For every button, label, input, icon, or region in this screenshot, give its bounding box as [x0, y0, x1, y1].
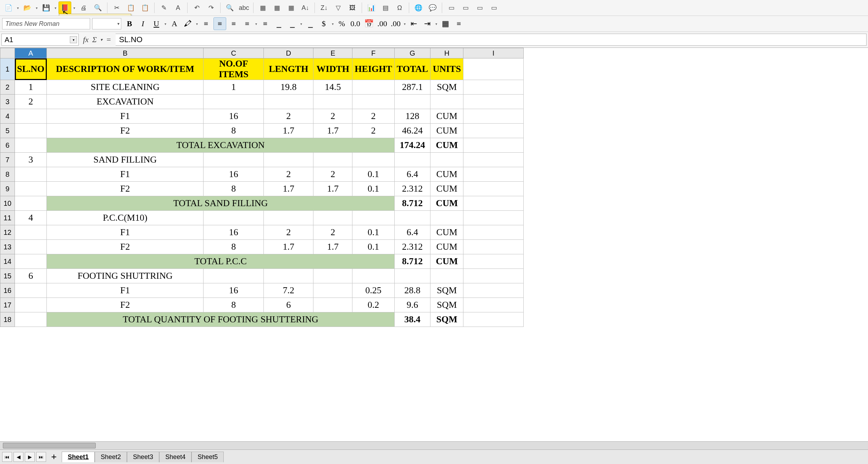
- cell[interactable]: 9.6: [394, 298, 430, 312]
- dropdown-icon[interactable]: ▾: [255, 22, 258, 26]
- row-header-12[interactable]: 12: [0, 225, 15, 240]
- dropdown-icon[interactable]: ▾: [403, 22, 406, 26]
- cell[interactable]: [463, 225, 523, 240]
- cell[interactable]: 19.8: [264, 80, 313, 95]
- row-header-2[interactable]: 2: [0, 80, 15, 95]
- cell[interactable]: 8: [204, 124, 264, 138]
- toolbar-button-28[interactable]: ▭: [459, 1, 472, 14]
- cell[interactable]: [352, 153, 394, 167]
- format-button-5[interactable]: ≡: [200, 18, 212, 30]
- cell[interactable]: 7.2: [264, 283, 313, 298]
- toolbar-button-4[interactable]: 🖨: [77, 1, 90, 14]
- cell[interactable]: [463, 283, 523, 298]
- column-header-C[interactable]: C: [204, 48, 264, 58]
- header-cell[interactable]: WIDTH: [313, 58, 352, 80]
- sheet-tab-sheet5[interactable]: Sheet5: [191, 452, 224, 462]
- cell[interactable]: 1.7: [264, 240, 313, 254]
- row-header-4[interactable]: 4: [0, 109, 15, 124]
- cell[interactable]: [15, 312, 47, 327]
- sheet-tab-sheet2[interactable]: Sheet2: [95, 452, 127, 462]
- format-button-11[interactable]: ⎯: [286, 18, 298, 30]
- cell[interactable]: 6: [264, 298, 313, 312]
- cell[interactable]: [313, 298, 352, 312]
- toolbar-button-25[interactable]: 🌐: [412, 1, 425, 14]
- cell[interactable]: [394, 269, 430, 283]
- dropdown-icon[interactable]: ▾: [16, 6, 20, 10]
- cell[interactable]: [430, 211, 463, 225]
- cell[interactable]: 16: [204, 225, 264, 240]
- format-button-12[interactable]: ⎯: [304, 18, 316, 30]
- add-sheet-button[interactable]: +: [48, 451, 60, 463]
- cell[interactable]: [204, 153, 264, 167]
- dropdown-icon[interactable]: ▾: [195, 22, 199, 26]
- cell[interactable]: SQM: [430, 283, 463, 298]
- row-header-10[interactable]: 10: [0, 196, 15, 211]
- header-cell[interactable]: DESCRIPTION OF WORK/ITEM: [47, 58, 204, 80]
- row-header-9[interactable]: 9: [0, 182, 15, 196]
- cell[interactable]: [352, 95, 394, 109]
- cell[interactable]: [313, 95, 352, 109]
- cell[interactable]: [463, 254, 523, 269]
- cell[interactable]: [15, 138, 47, 153]
- row-header-13[interactable]: 13: [0, 240, 15, 254]
- cell[interactable]: [15, 182, 47, 196]
- cell[interactable]: [15, 240, 47, 254]
- dropdown-icon[interactable]: ▾: [164, 22, 167, 26]
- toolbar-button-23[interactable]: ▤: [379, 1, 392, 14]
- toolbar-button-21[interactable]: 🖼: [346, 1, 359, 14]
- toolbar-button-9[interactable]: ✎: [157, 1, 170, 14]
- select-all-corner[interactable]: [0, 48, 15, 58]
- format-button-21[interactable]: ▦: [439, 18, 451, 30]
- cell[interactable]: 14.5: [313, 80, 352, 95]
- cell[interactable]: CUM: [430, 124, 463, 138]
- column-header-D[interactable]: D: [264, 48, 313, 58]
- row-header-18[interactable]: 18: [0, 312, 15, 327]
- cell[interactable]: [394, 153, 430, 167]
- cell[interactable]: 16: [204, 167, 264, 182]
- horizontal-scrollbar[interactable]: [0, 441, 868, 449]
- cell[interactable]: 1.7: [264, 124, 313, 138]
- toolbar-button-22[interactable]: 📊: [365, 1, 378, 14]
- toolbar-button-5[interactable]: 🔍: [91, 1, 104, 14]
- cell[interactable]: F1: [47, 283, 204, 298]
- format-button-22[interactable]: ≡: [453, 18, 465, 30]
- cell[interactable]: 8: [204, 240, 264, 254]
- font-size-combo[interactable]: ▾: [92, 18, 121, 29]
- format-button-17[interactable]: .00: [376, 18, 388, 30]
- toolbar-button-19[interactable]: Z↓: [318, 1, 330, 14]
- cell[interactable]: 2: [352, 124, 394, 138]
- subtotal-units[interactable]: CUM: [430, 254, 463, 269]
- function-wizard-icon[interactable]: fx: [83, 35, 89, 44]
- cell[interactable]: 128: [394, 109, 430, 124]
- toolbar-button-17[interactable]: ▦: [285, 1, 297, 14]
- cell[interactable]: 287.1: [394, 80, 430, 95]
- cell[interactable]: 1: [15, 80, 47, 95]
- cell[interactable]: [352, 211, 394, 225]
- cell[interactable]: [463, 109, 523, 124]
- cell[interactable]: 0.1: [352, 182, 394, 196]
- toolbar-button-16[interactable]: ▦: [271, 1, 283, 14]
- cell[interactable]: [313, 153, 352, 167]
- cell[interactable]: [15, 298, 47, 312]
- toolbar-button-11[interactable]: ↶: [190, 1, 203, 14]
- toolbar-button-8[interactable]: 📋: [139, 1, 151, 14]
- format-button-15[interactable]: 0.0: [349, 18, 361, 30]
- column-header-E[interactable]: E: [313, 48, 352, 58]
- toolbar-button-13[interactable]: 🔍: [223, 1, 236, 14]
- format-button-8[interactable]: ≡: [241, 18, 253, 30]
- cell[interactable]: [430, 95, 463, 109]
- cell[interactable]: [352, 80, 394, 95]
- cell[interactable]: 0.25: [352, 283, 394, 298]
- cell[interactable]: [313, 211, 352, 225]
- format-button-2[interactable]: U: [150, 18, 162, 30]
- row-header-1[interactable]: 1: [0, 58, 15, 80]
- cell[interactable]: [264, 95, 313, 109]
- format-button-10[interactable]: ⎯: [273, 18, 285, 30]
- cell[interactable]: [463, 240, 523, 254]
- header-cell[interactable]: HEIGHT: [352, 58, 394, 80]
- cell[interactable]: 0.2: [352, 298, 394, 312]
- cell[interactable]: [463, 80, 523, 95]
- tab-nav-last[interactable]: ⏭: [36, 452, 46, 462]
- formula-input[interactable]: SL.NO: [116, 34, 867, 46]
- tab-nav-first[interactable]: ⏮: [2, 452, 12, 462]
